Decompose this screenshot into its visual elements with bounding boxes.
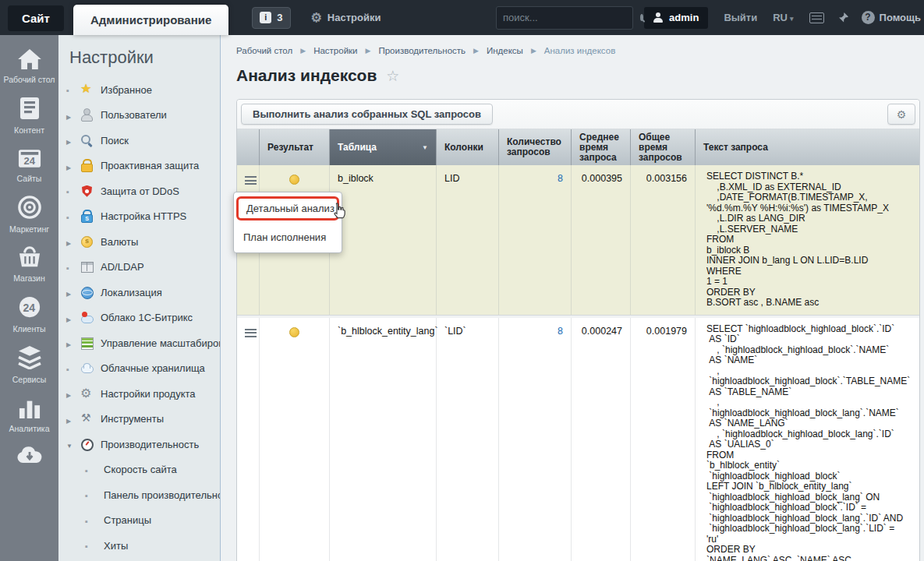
bullet-icon (66, 362, 80, 376)
expand-arrow-icon[interactable] (66, 108, 80, 122)
menu-item-hits[interactable]: Хиты (58, 533, 220, 559)
sidebar-item-marketplace[interactable] (0, 446, 58, 464)
tab-site[interactable]: Сайт (8, 5, 64, 31)
sidebar-item-sites[interactable]: 24 Сайты (0, 147, 58, 183)
menu-item-scaling[interactable]: Управление масштабирован (58, 330, 220, 356)
notifications-badge[interactable]: i 3 (252, 7, 290, 29)
status-yellow-icon (289, 327, 299, 337)
table-header-row: Результат Таблица▼ Колонки Количество за… (237, 129, 919, 165)
expand-arrow-icon[interactable] (66, 336, 80, 350)
menu-item-search[interactable]: Поиск (58, 128, 220, 153)
sidebar-item-analytics[interactable]: Аналитика (0, 397, 58, 433)
menu-item-product-settings[interactable]: Настройки продукта (58, 381, 220, 407)
star-icon (80, 83, 94, 97)
svg-text:24: 24 (23, 302, 35, 314)
sidebar-item-services[interactable]: Сервисы (0, 346, 58, 384)
sidebar-item-label: Аналитика (9, 424, 50, 433)
menu-item-adldap[interactable]: AD/LDAP (58, 255, 220, 280)
language-select[interactable]: RU▾ (773, 12, 793, 23)
sidebar-item-clients[interactable]: 24 Клиенты (0, 295, 58, 333)
menu-item-site-speed[interactable]: Скорость сайта (58, 457, 220, 483)
sidebar-item-label: Магазин (13, 273, 45, 283)
query-count-cell: 8 (498, 165, 571, 315)
search-input[interactable] (503, 12, 640, 23)
menu-item-cloud-storage[interactable]: Облачные хранилища (58, 356, 220, 382)
row-menu-icon[interactable] (245, 176, 257, 185)
sidebar-item-shop[interactable]: Магазин (0, 246, 58, 283)
menu-item-tools[interactable]: Инструменты (58, 407, 220, 432)
column-header-columns[interactable]: Колонки (436, 129, 498, 165)
menu-item-pages[interactable]: Страницы (58, 508, 220, 534)
column-header-query-text[interactable]: Текст запроса (695, 129, 919, 165)
content-area: Рабочий стол ▶ Настройки ▶ Производитель… (221, 35, 924, 561)
run-analysis-button[interactable]: Выполнить анализ собранных SQL запросов (241, 104, 493, 125)
breadcrumb-performance[interactable]: Производительность (378, 46, 466, 55)
menu-item-performance-panel[interactable]: Панель производительности (58, 482, 220, 508)
breadcrumb-indexes[interactable]: Индексы (487, 46, 523, 55)
menu-item-https-setup[interactable]: Настройка HTTPS (58, 204, 220, 230)
search-box (496, 6, 633, 30)
sidebar-item-content[interactable]: Контент (0, 97, 58, 135)
favorite-star-icon[interactable]: ☆ (386, 67, 399, 85)
column-header-table-sorted[interactable]: Таблица▼ (329, 129, 436, 165)
expand-arrow-icon[interactable] (66, 235, 80, 249)
breadcrumb-settings[interactable]: Настройки (313, 46, 357, 55)
row-menu-icon[interactable] (245, 329, 257, 337)
menu-item-currencies[interactable]: Валюты (58, 229, 220, 255)
main-layout: Рабочий стол Контент 24 Сайты Маркетинг … (0, 35, 924, 561)
target-icon (18, 196, 41, 219)
expand-arrow-icon[interactable] (66, 412, 80, 426)
sidebar-item-label: Рабочий стол (4, 75, 55, 84)
menu-item-ddos-protection[interactable]: Защита от DDoS (58, 178, 220, 204)
menu-item-localization[interactable]: Локализация (58, 280, 220, 305)
table-grid-icon (80, 260, 94, 273)
sidebar-item-marketing[interactable]: Маркетинг (0, 196, 58, 234)
help-button[interactable]: ? Помощь (862, 11, 924, 24)
cloud-icon (80, 362, 94, 375)
column-header-result[interactable]: Результат (259, 129, 329, 165)
breadcrumb-desktop[interactable]: Рабочий стол (236, 46, 292, 55)
menu-item-performance[interactable]: Производительность (58, 432, 220, 457)
expand-arrow-icon[interactable] (66, 159, 80, 173)
menu-item-bitrix-cloud[interactable]: Облако 1С-Битрикс (58, 305, 220, 331)
column-header-avg-time[interactable]: Среднее время запроса (571, 129, 630, 165)
user-name: admin (669, 12, 699, 23)
collapse-arrow-icon[interactable] (66, 437, 80, 451)
logout-link[interactable]: Выйти (724, 12, 757, 23)
grid-settings-button[interactable]: ⚙ (887, 104, 915, 125)
topbar-settings-button[interactable]: ⚙ Настройки (311, 12, 381, 24)
menu-item-proactive-protection[interactable]: Проактивная защита (58, 153, 220, 179)
row-context-menu: Детальный анализ План исполнения (233, 192, 342, 253)
query-text-cell: SELECT DISTINCT B.* ,B.XML_ID as EXTERNA… (695, 165, 919, 315)
column-header-query-count[interactable]: Количество запросов (498, 129, 571, 165)
sidebar-item-desktop[interactable]: Рабочий стол (0, 49, 58, 84)
query-count-link[interactable]: 8 (558, 173, 563, 184)
sites-window-icon: 24 (18, 147, 41, 168)
query-count-link[interactable]: 8 (558, 326, 563, 337)
hotkeys-icon[interactable] (809, 12, 824, 23)
table-name-cell: b_iblock (329, 165, 436, 315)
bullet-icon (85, 538, 99, 552)
settings-menu: Избранное Пользователи Поиск Проактивная… (58, 71, 220, 559)
user-button[interactable]: admin (644, 7, 708, 29)
search-icon[interactable] (640, 14, 643, 21)
column-header-total-time[interactable]: Общее время запросов (630, 129, 695, 165)
bullet-icon (66, 210, 80, 224)
expand-arrow-icon[interactable] (66, 311, 80, 325)
menu-item-users[interactable]: Пользователи (58, 103, 220, 129)
tab-administration[interactable]: Администрирование (73, 5, 228, 35)
cloud-download-icon (16, 446, 43, 464)
expand-arrow-icon[interactable] (66, 285, 80, 299)
pin-icon[interactable] (837, 12, 849, 24)
expand-arrow-icon[interactable] (66, 386, 80, 400)
context-menu-item-detailed-analysis[interactable]: Детальный анализ (239, 199, 337, 218)
bar-chart-icon (18, 397, 41, 418)
row-menu-cell (237, 318, 259, 561)
menu-item-favorites[interactable]: Избранное (58, 77, 220, 103)
context-menu-item-execution-plan[interactable]: План исполнения (234, 224, 342, 249)
help-label: Помощь (880, 12, 921, 23)
grid-toolbar: Выполнить анализ собранных SQL запросов … (237, 100, 919, 129)
expand-arrow-icon[interactable] (66, 133, 80, 147)
sort-desc-icon: ▼ (422, 143, 428, 153)
bullet-icon (85, 513, 99, 527)
